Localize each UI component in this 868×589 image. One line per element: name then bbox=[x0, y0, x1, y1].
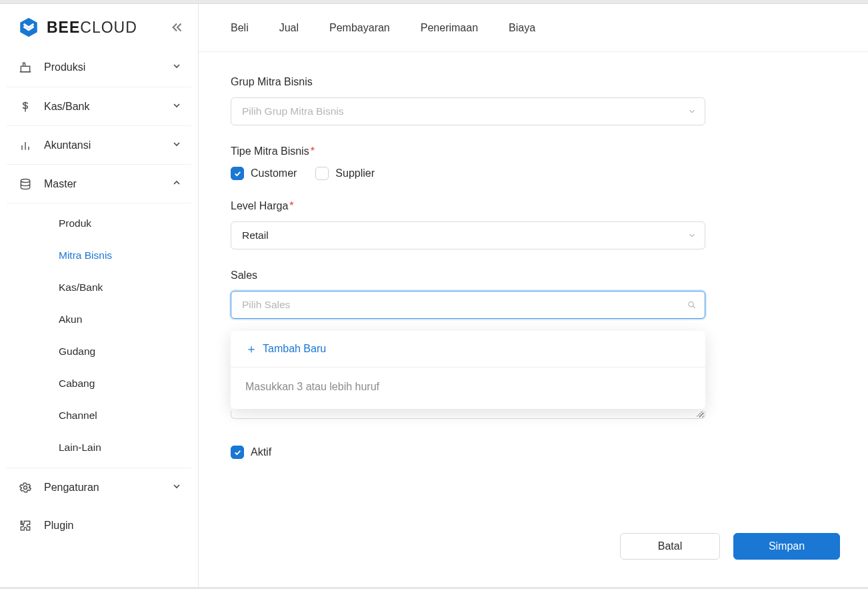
select-placeholder: Pilih Sales bbox=[242, 299, 290, 311]
checkbox-label: Aktif bbox=[251, 446, 271, 458]
sidebar-item-akuntansi[interactable]: Akuntansi bbox=[7, 125, 191, 164]
sidebar-sub-cabang[interactable]: Cabang bbox=[7, 368, 191, 400]
field-aktif: Aktif bbox=[231, 446, 271, 459]
sidebar-sub-label: Channel bbox=[59, 410, 97, 422]
dollar-icon bbox=[19, 100, 35, 113]
topbar-tabs: Beli Jual Pembayaran Penerimaan Biaya bbox=[199, 4, 868, 52]
select-grup-mitra[interactable]: Pilih Grup Mitra Bisnis bbox=[231, 97, 705, 125]
sidebar-sub-mitra-bisnis[interactable]: Mitra Bisnis bbox=[7, 239, 191, 271]
sidebar-item-label: Master bbox=[44, 178, 171, 190]
checkbox-customer[interactable]: Customer bbox=[231, 167, 297, 180]
tab-pembayaran[interactable]: Pembayaran bbox=[329, 22, 390, 34]
tab-beli[interactable]: Beli bbox=[231, 22, 249, 34]
sidebar-sub-label: Akun bbox=[59, 314, 82, 326]
sidebar-sub-label: Lain-Lain bbox=[59, 442, 101, 454]
svg-point-7 bbox=[21, 179, 29, 182]
field-grup-mitra: Grup Mitra Bisnis Pilih Grup Mitra Bisni… bbox=[231, 76, 705, 125]
sidebar-item-kasbank[interactable]: Kas/Bank bbox=[7, 87, 191, 125]
check-icon bbox=[233, 169, 242, 178]
dropdown-add-new[interactable]: ＋ Tambah Baru bbox=[231, 331, 705, 368]
sidebar-sub-kasbank[interactable]: Kas/Bank bbox=[7, 271, 191, 304]
field-level-harga: Level Harga* Retail bbox=[231, 200, 705, 249]
sidebar-collapse-button[interactable] bbox=[170, 20, 185, 35]
checkbox-box bbox=[231, 446, 244, 459]
svg-point-8 bbox=[24, 486, 27, 489]
dropdown-add-label: Tambah Baru bbox=[263, 343, 326, 355]
field-sales: Sales Pilih Sales bbox=[231, 269, 705, 319]
sidebar-sub-lain-lain[interactable]: Lain-Lain bbox=[7, 432, 191, 464]
sidebar-item-label: Pengaturan bbox=[44, 482, 171, 494]
textarea-resize-edge[interactable] bbox=[231, 411, 705, 419]
chevron-down-icon bbox=[171, 139, 182, 152]
sidebar-sub-label: Cabang bbox=[59, 378, 95, 390]
puzzle-icon bbox=[19, 519, 35, 532]
checkbox-label: Supplier bbox=[335, 167, 375, 179]
brand-name: BEECLOUD bbox=[47, 19, 137, 37]
chevron-down-icon bbox=[687, 107, 697, 116]
sidebar-item-produksi[interactable]: Produksi bbox=[7, 48, 191, 87]
sidebar-sub-label: Produk bbox=[59, 217, 91, 229]
field-tipe-mitra: Tipe Mitra Bisnis* Customer bbox=[231, 145, 705, 180]
sidebar-item-master[interactable]: Master bbox=[7, 164, 191, 203]
sidebar-item-pengaturan[interactable]: Pengaturan bbox=[7, 468, 191, 506]
tab-jual[interactable]: Jual bbox=[279, 22, 299, 34]
dropdown-hint: Masukkan 3 atau lebih huruf bbox=[231, 368, 705, 409]
checkbox-label: Customer bbox=[251, 167, 297, 179]
select-placeholder: Pilih Grup Mitra Bisnis bbox=[242, 105, 343, 117]
sales-dropdown-panel: ＋ Tambah Baru Masukkan 3 atau lebih huru… bbox=[231, 331, 705, 409]
checkbox-box bbox=[231, 167, 244, 180]
label-tipe-mitra: Tipe Mitra Bisnis* bbox=[231, 145, 705, 157]
brand-bold: BEE bbox=[47, 19, 80, 37]
tab-biaya[interactable]: Biaya bbox=[509, 22, 535, 34]
sidebar-nav: Produksi Kas/Bank Akuntansi bbox=[0, 48, 198, 545]
brand-logo-icon bbox=[17, 16, 40, 39]
chevron-down-icon bbox=[171, 100, 182, 113]
label-text: Tipe Mitra Bisnis bbox=[231, 145, 309, 157]
required-marker: * bbox=[311, 145, 315, 157]
label-grup-mitra: Grup Mitra Bisnis bbox=[231, 76, 705, 88]
select-sales[interactable]: Pilih Sales bbox=[231, 291, 705, 319]
sidebar-sub-produk[interactable]: Produk bbox=[7, 207, 191, 239]
sidebar-sub-gudang[interactable]: Gudang bbox=[7, 336, 191, 368]
svg-rect-1 bbox=[21, 66, 29, 71]
select-level-harga[interactable]: Retail bbox=[231, 221, 705, 249]
sidebar-sub-label: Kas/Bank bbox=[59, 281, 103, 293]
factory-icon bbox=[19, 61, 35, 74]
sidebar-sub-akun[interactable]: Akun bbox=[7, 304, 191, 336]
sidebar-item-label: Produksi bbox=[44, 61, 171, 73]
svg-point-9 bbox=[689, 302, 694, 307]
gear-icon bbox=[19, 481, 35, 494]
cancel-button[interactable]: Batal bbox=[620, 533, 720, 560]
chevron-up-icon bbox=[171, 177, 182, 191]
save-button[interactable]: Simpan bbox=[733, 533, 840, 560]
checkbox-box bbox=[315, 167, 329, 180]
form-footer: Batal Simpan bbox=[620, 533, 840, 560]
database-icon bbox=[19, 177, 35, 191]
search-icon bbox=[687, 300, 697, 310]
label-sales: Sales bbox=[231, 269, 705, 281]
sidebar-item-label: Plugin bbox=[44, 520, 182, 532]
select-value: Retail bbox=[242, 229, 269, 241]
sidebar-sub-label: Mitra Bisnis bbox=[59, 249, 112, 261]
sidebar-item-label: Akuntansi bbox=[44, 139, 171, 151]
checkbox-supplier[interactable]: Supplier bbox=[315, 167, 375, 180]
sidebar-sub-label: Gudang bbox=[59, 346, 95, 358]
required-marker: * bbox=[289, 200, 293, 211]
checkbox-aktif[interactable]: Aktif bbox=[231, 446, 271, 459]
brand-row: BEECLOUD bbox=[0, 4, 198, 48]
main-area: Beli Jual Pembayaran Penerimaan Biaya Gr… bbox=[199, 4, 868, 589]
brand-light: CLOUD bbox=[80, 19, 137, 37]
bar-chart-icon bbox=[19, 139, 35, 152]
sidebar-sub-channel[interactable]: Channel bbox=[7, 400, 191, 432]
sidebar-submenu-master: Produk Mitra Bisnis Kas/Bank Akun Gudang… bbox=[7, 203, 191, 468]
sidebar-item-label: Kas/Bank bbox=[44, 101, 171, 113]
sidebar-item-plugin[interactable]: Plugin bbox=[7, 506, 191, 545]
chevron-down-icon bbox=[171, 61, 182, 74]
chevron-double-left-icon bbox=[170, 20, 185, 35]
chevron-down-icon bbox=[171, 481, 182, 494]
tab-penerimaan[interactable]: Penerimaan bbox=[421, 22, 478, 34]
check-icon bbox=[233, 448, 242, 457]
plus-icon: ＋ bbox=[245, 343, 257, 355]
label-level-harga: Level Harga* bbox=[231, 200, 705, 212]
sidebar: BEECLOUD Produksi Kas/Bank bbox=[0, 4, 199, 589]
